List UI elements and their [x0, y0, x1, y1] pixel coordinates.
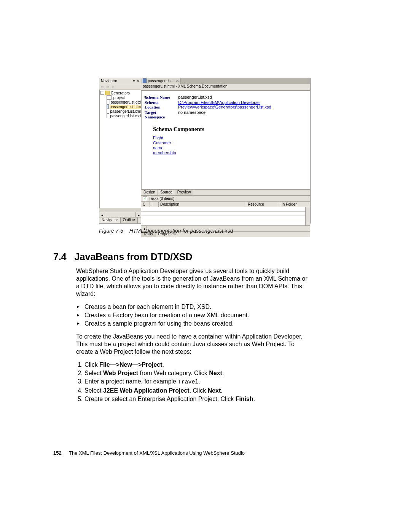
navigator-hscrollbar[interactable]: ◂ ▸: [99, 212, 141, 217]
tree-file[interactable]: passengerList.dtd: [100, 100, 141, 104]
tab-source[interactable]: Source: [158, 190, 175, 195]
page-number: 152: [53, 450, 62, 456]
schema-location-link[interactable]: Preview\workspace\Generators\passengerLi…: [178, 105, 271, 109]
tasks-col-description[interactable]: Description: [159, 202, 246, 207]
editor-tab[interactable]: passengerList.html ✕: [141, 78, 181, 84]
navigator-history-bar: ⇐ ⇒ ⇧: [99, 84, 141, 90]
target-namespace-value: no namespace: [178, 110, 307, 119]
scroll-track[interactable]: [105, 212, 135, 217]
list-item: Click File—>New—>Project.: [84, 361, 312, 369]
paragraph: WebSphere Studio Application Developer g…: [76, 267, 312, 298]
scroll-right-icon[interactable]: ▸: [135, 212, 141, 217]
tasks-vscrollbar[interactable]: [305, 207, 310, 225]
component-link[interactable]: membership: [153, 150, 307, 155]
bullet-list: Creates a bean for each element in DTD, …: [76, 303, 312, 328]
tree-file-label: .project: [112, 96, 125, 100]
check-icon[interactable]: ✓: [143, 197, 147, 201]
component-link[interactable]: Customer: [153, 141, 307, 145]
tree-file[interactable]: passengerList.xsd: [100, 113, 141, 118]
tasks-col-folder[interactable]: In Folder: [280, 202, 310, 207]
tree-file[interactable]: .project: [100, 95, 141, 100]
navigator-header: Navigator ▼ ✕: [99, 78, 141, 84]
section-number: 7.4: [53, 251, 67, 262]
file-icon: [107, 113, 109, 118]
schema-name-value: passengerList.xsd: [178, 95, 307, 99]
list-item: Enter a project name, for example Travel…: [84, 378, 312, 386]
cursor-icon: ↖: [144, 95, 148, 100]
body-text: WebSphere Studio Application Developer g…: [76, 267, 312, 408]
editor-mode-tabs: Design Source Preview: [141, 190, 310, 196]
section-heading: 7.4 JavaBeans from DTD/XSD: [53, 251, 193, 262]
book-title: The XML Files: Development of XML/XSL Ap…: [69, 450, 245, 456]
tree-file-label: passengerList.dtd: [111, 100, 141, 104]
navigator-tree[interactable]: − Generators .project passengerList.dtd …: [99, 90, 141, 208]
tree-file-selected[interactable]: passengerList.htm: [100, 104, 141, 109]
list-item: Select J2EE Web Application Project. Cli…: [84, 387, 312, 395]
tab-preview[interactable]: Preview: [175, 190, 194, 195]
tree-file-label: passengerList.xsd: [110, 114, 141, 118]
tasks-column-headers: C ! Description Resource In Folder: [141, 202, 310, 207]
up-icon[interactable]: ⇧: [112, 85, 115, 89]
list-item: Creates a sample program for using the b…: [76, 320, 312, 328]
document-preview: ↖ Schema Name passengerList.xsd Schema L…: [141, 91, 310, 190]
navigator-panel: Navigator ▼ ✕ ⇐ ⇒ ⇧ − Generators .projec…: [99, 78, 142, 223]
dropdown-icon[interactable]: ▼: [132, 79, 136, 83]
target-namespace-label: Target Namespace: [145, 110, 174, 119]
tasks-col-priority[interactable]: !: [150, 202, 159, 207]
ide-screenshot: Navigator ▼ ✕ ⇐ ⇒ ⇧ − Generators .projec…: [99, 78, 311, 224]
figure-number: Figure 7-5: [99, 228, 123, 234]
file-icon: [107, 95, 112, 100]
section-title: JavaBeans from DTD/XSD: [75, 251, 193, 262]
tab-navigator[interactable]: Navigator: [99, 217, 121, 223]
close-icon[interactable]: ✕: [176, 79, 179, 83]
navigator-title: Navigator: [101, 79, 132, 83]
close-icon[interactable]: ✕: [136, 79, 140, 83]
tab-design[interactable]: Design: [141, 190, 158, 195]
list-item: Create or select an Enterprise Applicati…: [84, 395, 312, 403]
tasks-title: Tasks (0 items): [149, 197, 174, 201]
file-icon: [107, 109, 109, 113]
list-item: Select Web Project from Web category. Cl…: [84, 369, 312, 377]
numbered-list: Click File—>New—>Project. Select Web Pro…: [76, 361, 312, 403]
editor-tab-label: passengerList.html: [148, 79, 175, 83]
figure-caption-text: HTML Documentation for passengerList.xsd: [129, 228, 233, 234]
editor-panel: passengerList.html ✕ passengerList.html …: [141, 78, 310, 223]
schema-location-label: Schema Location: [145, 100, 174, 109]
file-icon: [107, 100, 110, 104]
schema-info-table: Schema Name passengerList.xsd Schema Loc…: [145, 95, 307, 119]
tree-folder[interactable]: − Generators: [100, 91, 141, 95]
list-item: Creates a Factory bean for creation of a…: [76, 312, 312, 319]
tree-file-label: passengerList.xml: [110, 109, 141, 113]
tasks-header: ✓ Tasks (0 items): [141, 196, 310, 202]
editor-tabbar: passengerList.html ✕: [141, 78, 310, 84]
schema-name-label: Schema Name: [145, 95, 174, 99]
editor-title: passengerList.html - XML Schema Document…: [141, 84, 310, 91]
tasks-col-completed[interactable]: C: [141, 202, 150, 207]
page-footer: 152 The XML Files: Development of XML/XS…: [53, 450, 245, 456]
component-link[interactable]: Flight: [153, 136, 307, 140]
tasks-list[interactable]: [141, 207, 310, 226]
tasks-col-resource[interactable]: Resource: [246, 202, 280, 207]
file-icon: [107, 104, 109, 109]
tab-outline[interactable]: Outline: [121, 217, 138, 223]
component-link[interactable]: name: [153, 145, 307, 150]
folder-icon: [105, 91, 110, 95]
navigator-tabs: Navigator Outline: [99, 217, 141, 223]
tree-file[interactable]: passengerList.xml: [100, 109, 141, 113]
figure-caption: Figure 7-5 HTML Documentation for passen…: [99, 228, 233, 234]
html-file-icon: [143, 78, 147, 83]
schema-location-link[interactable]: C:\Program Files\IBM\Application Develop…: [178, 100, 260, 105]
paragraph: To create the JavaBeans you need to have…: [76, 333, 312, 356]
collapse-icon[interactable]: −: [100, 91, 104, 95]
schema-location-value: C:\Program Files\IBM\Application Develop…: [178, 100, 307, 109]
schema-components-list: Flight Customer name membership: [153, 136, 307, 155]
forward-icon[interactable]: ⇒: [106, 85, 109, 89]
back-icon[interactable]: ⇐: [101, 85, 104, 89]
schema-components-heading: Schema Components: [153, 126, 307, 133]
tree-folder-label: Generators: [111, 91, 130, 95]
scroll-left-icon[interactable]: ◂: [99, 212, 105, 217]
list-item: Creates a bean for each element in DTD, …: [76, 303, 312, 311]
tree-file-label: passengerList.htm: [110, 105, 141, 109]
